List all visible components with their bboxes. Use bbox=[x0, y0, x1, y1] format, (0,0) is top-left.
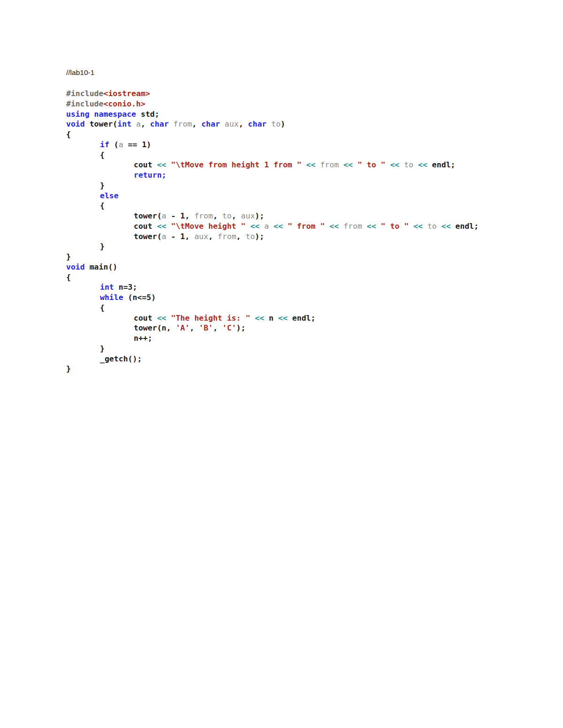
code-line: while (n<=5) bbox=[66, 293, 544, 303]
code-line: { bbox=[66, 201, 544, 211]
code-token-identifier: a bbox=[264, 222, 274, 231]
code-line: void tower(int a, char from, char aux, c… bbox=[66, 119, 544, 129]
code-token-plain: , bbox=[192, 120, 201, 128]
code-token-plain: n bbox=[269, 314, 278, 323]
code-token-string: " from " bbox=[288, 222, 329, 231]
code-token-plain: (n<=5) bbox=[123, 293, 156, 302]
code-token-identifier: to bbox=[427, 222, 441, 231]
code-token-plain: , bbox=[239, 120, 248, 128]
code-block: #include<iostream>#include<conio.h>using… bbox=[66, 89, 544, 374]
code-token-identifier: a bbox=[119, 140, 123, 149]
code-token-keyword: while bbox=[100, 293, 123, 302]
code-token-identifier: a bbox=[162, 211, 167, 220]
code-token-operator: << bbox=[441, 222, 456, 231]
code-line: cout << "\tMove from height 1 from " << … bbox=[66, 160, 544, 170]
code-token-string: 'A' bbox=[175, 323, 190, 332]
code-token-keyword: void bbox=[66, 120, 85, 128]
code-token-identifier: from bbox=[218, 232, 236, 241]
code-token-keyword: char bbox=[201, 120, 220, 128]
code-line: cout << "\tMove height " << a << " from … bbox=[66, 221, 544, 232]
code-token-identifier: from bbox=[169, 120, 192, 128]
code-token-plain: - 1, bbox=[167, 211, 195, 220]
code-token-plain: _getch(); bbox=[100, 354, 142, 363]
code-token-plain: ( bbox=[109, 140, 119, 149]
code-token-identifier: from bbox=[343, 222, 367, 231]
code-token-identifier: to bbox=[266, 120, 281, 128]
code-token-preprocessor: #include bbox=[66, 99, 103, 108]
document-page: //lab10-1 #include<iostream>#include<con… bbox=[0, 0, 563, 728]
code-line: n++; bbox=[66, 333, 544, 344]
code-line: tower(n, 'A', 'B', 'C'); bbox=[66, 323, 544, 333]
code-token-plain: cout bbox=[134, 314, 157, 323]
code-token-plain: { bbox=[66, 130, 71, 139]
code-line: return; bbox=[66, 170, 544, 180]
code-line: } bbox=[66, 344, 544, 354]
code-token-string: <conio.h> bbox=[103, 99, 145, 108]
code-token-plain: } bbox=[66, 364, 71, 373]
code-token-string: " to " bbox=[381, 222, 414, 231]
code-token-operator: << bbox=[157, 222, 171, 231]
code-line: #include<conio.h> bbox=[66, 99, 544, 109]
code-token-plain: } bbox=[100, 181, 105, 190]
code-token-keyword: return; bbox=[134, 171, 167, 180]
code-token-keyword: char bbox=[248, 120, 267, 128]
code-token-keyword: if bbox=[100, 140, 109, 149]
code-line: _getch(); bbox=[66, 354, 544, 364]
code-token-identifier: to bbox=[245, 232, 255, 241]
code-token-operator: << bbox=[329, 222, 343, 231]
code-token-plain: n++; bbox=[134, 334, 152, 343]
code-line: { bbox=[66, 303, 544, 313]
code-line: using namespace std; bbox=[66, 109, 544, 120]
code-token-operator: << bbox=[306, 160, 320, 169]
code-token-operator: << bbox=[343, 160, 358, 169]
code-token-operator: << bbox=[418, 160, 432, 169]
code-token-plain: - 1, bbox=[167, 232, 195, 241]
code-token-plain: ) bbox=[281, 120, 285, 128]
code-token-preprocessor: #include bbox=[66, 89, 103, 98]
code-token-plain: endl; bbox=[292, 314, 316, 323]
code-token-operator: << bbox=[157, 314, 171, 323]
code-token-plain: , bbox=[232, 211, 241, 220]
code-line: } bbox=[66, 252, 544, 262]
code-token-string: <iostream> bbox=[103, 89, 150, 98]
code-token-identifier: to bbox=[404, 160, 418, 169]
code-token-identifier: aux bbox=[220, 120, 239, 128]
code-token-plain: , bbox=[213, 323, 222, 332]
code-token-operator: << bbox=[278, 314, 292, 323]
code-token-keyword: else bbox=[100, 191, 119, 200]
code-token-identifier: aux bbox=[194, 232, 208, 241]
code-token-string: "\tMove height " bbox=[171, 222, 250, 231]
code-token-string: "\tMove from height 1 from " bbox=[171, 160, 306, 169]
code-line: } bbox=[66, 180, 544, 191]
code-token-operator: << bbox=[413, 222, 427, 231]
code-token-plain: n=3; bbox=[114, 283, 137, 292]
code-line: } bbox=[66, 241, 544, 252]
code-token-plain: , bbox=[141, 120, 150, 128]
code-line: cout << "The height is: " << n << endl; bbox=[66, 313, 544, 323]
code-token-operator: << bbox=[157, 160, 171, 169]
code-token-keyword: void bbox=[66, 263, 85, 271]
code-token-identifier: aux bbox=[241, 211, 255, 220]
code-line: int n=3; bbox=[66, 282, 544, 293]
code-token-plain: { bbox=[100, 201, 105, 210]
code-token-plain: == 1) bbox=[123, 140, 152, 149]
code-line: { bbox=[66, 272, 544, 283]
code-token-string: "The height is: " bbox=[171, 314, 255, 323]
code-token-plain: } bbox=[100, 242, 105, 251]
code-token-plain: tower( bbox=[85, 120, 118, 128]
code-token-plain: ); bbox=[255, 232, 264, 241]
code-token-identifier: a bbox=[131, 120, 141, 128]
code-token-keyword: char bbox=[150, 120, 169, 128]
code-token-plain: { bbox=[100, 303, 105, 312]
code-token-string: 'C' bbox=[222, 323, 236, 332]
code-token-plain: } bbox=[100, 344, 105, 353]
code-token-plain: tower( bbox=[134, 232, 162, 241]
code-line: tower(a - 1, aux, from, to); bbox=[66, 232, 544, 242]
code-token-identifier: from bbox=[194, 211, 213, 220]
code-token-string: " to " bbox=[358, 160, 390, 169]
code-token-plain: cout bbox=[134, 222, 157, 231]
code-token-identifier: a bbox=[162, 232, 167, 241]
code-token-plain: endl; bbox=[456, 222, 479, 231]
code-line: { bbox=[66, 129, 544, 140]
code-token-plain: { bbox=[66, 273, 71, 282]
